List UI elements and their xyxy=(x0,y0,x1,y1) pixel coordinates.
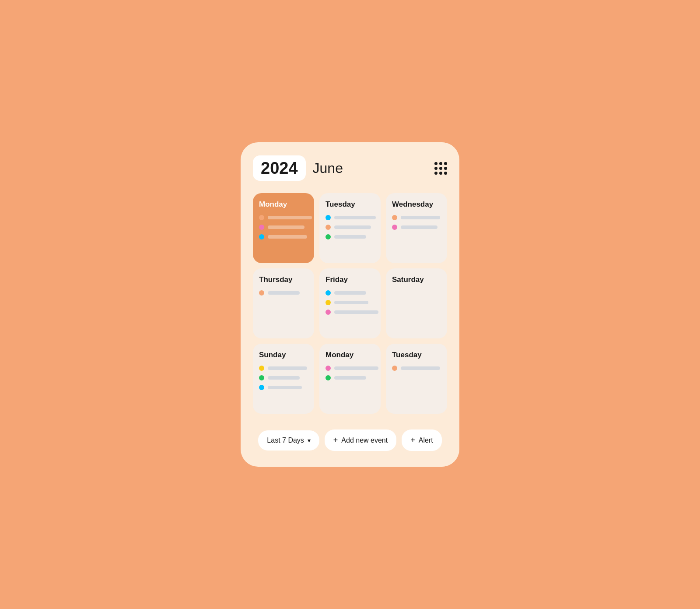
day-card[interactable]: Monday xyxy=(253,193,314,263)
add-event-label: Add new event xyxy=(341,437,388,444)
day-name: Thursday xyxy=(259,275,308,284)
event-dot xyxy=(259,385,264,390)
event-item xyxy=(326,375,374,380)
day-name: Friday xyxy=(326,275,374,284)
alert-label: Alert xyxy=(419,437,433,444)
event-dot xyxy=(259,366,264,371)
event-item xyxy=(326,215,374,220)
event-item xyxy=(392,225,441,230)
event-dot xyxy=(392,215,397,220)
event-line xyxy=(334,225,371,229)
event-line xyxy=(401,225,438,229)
event-item xyxy=(259,215,308,220)
year-badge: 2024 xyxy=(253,155,306,181)
event-line xyxy=(334,301,368,304)
event-item xyxy=(392,366,441,371)
event-dot xyxy=(259,375,264,380)
event-line xyxy=(334,216,376,219)
day-name: Wednesday xyxy=(392,200,441,209)
day-card[interactable]: Monday xyxy=(319,344,381,414)
event-dot xyxy=(326,290,331,296)
event-dot xyxy=(326,234,331,239)
event-dot xyxy=(326,375,331,380)
grid-dot xyxy=(444,167,447,170)
event-line xyxy=(334,235,366,239)
event-list xyxy=(259,366,308,390)
event-dot xyxy=(392,366,397,371)
event-dot xyxy=(326,215,331,220)
day-name: Sunday xyxy=(259,351,308,359)
bottom-bar: Last 7 Days ▾ + Add new event + Alert xyxy=(253,429,447,451)
event-item xyxy=(259,234,308,239)
day-name: Tuesday xyxy=(392,351,441,359)
event-dot xyxy=(326,225,331,230)
event-list xyxy=(326,366,374,380)
add-event-button[interactable]: + Add new event xyxy=(325,429,396,451)
day-card[interactable]: Sunday xyxy=(253,344,314,414)
event-dot xyxy=(326,310,331,315)
event-line xyxy=(268,225,304,229)
filter-label: Last 7 Days xyxy=(267,437,304,444)
event-line xyxy=(334,291,366,295)
grid-menu-icon[interactable] xyxy=(434,162,447,175)
event-item xyxy=(326,310,374,315)
day-card[interactable]: Tuesday xyxy=(319,193,381,263)
filter-button[interactable]: Last 7 Days ▾ xyxy=(258,430,319,451)
day-card[interactable]: Saturday xyxy=(386,268,447,338)
event-line xyxy=(401,216,440,219)
event-dot xyxy=(259,225,264,230)
event-list xyxy=(259,290,308,296)
event-line xyxy=(334,376,366,380)
day-name: Tuesday xyxy=(326,200,374,209)
event-item xyxy=(259,375,308,380)
grid-dot xyxy=(434,162,438,165)
phone-container: 2024 June MondayTuesdayWednesdayThursday… xyxy=(241,142,459,467)
event-list xyxy=(259,215,308,239)
day-name: Saturday xyxy=(392,275,441,284)
event-dot xyxy=(259,290,264,296)
days-grid: MondayTuesdayWednesdayThursdayFridaySatu… xyxy=(253,193,447,414)
event-line xyxy=(268,366,307,370)
grid-dot xyxy=(434,167,438,170)
day-card[interactable]: Thursday xyxy=(253,268,314,338)
event-dot xyxy=(326,300,331,305)
event-line xyxy=(268,235,307,239)
event-line xyxy=(334,310,378,314)
grid-dot xyxy=(439,172,442,175)
event-line xyxy=(268,386,302,389)
event-item xyxy=(326,366,374,371)
event-line xyxy=(334,366,378,370)
grid-dot xyxy=(444,162,447,165)
event-item xyxy=(259,290,308,296)
event-dot xyxy=(326,366,331,371)
grid-dot xyxy=(444,172,447,175)
day-name: Monday xyxy=(326,351,374,359)
grid-dot xyxy=(434,172,438,175)
alert-button[interactable]: + Alert xyxy=(402,429,441,451)
event-list xyxy=(326,290,374,315)
event-item xyxy=(392,215,441,220)
plus-icon: + xyxy=(333,436,338,445)
chevron-down-icon: ▾ xyxy=(308,437,311,444)
event-dot xyxy=(259,215,264,220)
event-line xyxy=(268,216,312,219)
day-card[interactable]: Tuesday xyxy=(386,344,447,414)
day-card[interactable]: Friday xyxy=(319,268,381,338)
event-line xyxy=(268,376,300,380)
event-list xyxy=(392,215,441,230)
day-card[interactable]: Wednesday xyxy=(386,193,447,263)
event-dot xyxy=(259,234,264,239)
event-line xyxy=(268,291,300,295)
month-label: June xyxy=(313,160,343,176)
grid-dot xyxy=(439,162,442,165)
event-item xyxy=(326,234,374,239)
day-name: Monday xyxy=(259,200,308,209)
event-item xyxy=(326,300,374,305)
grid-dot xyxy=(439,167,442,170)
event-line xyxy=(401,366,440,370)
event-item xyxy=(326,290,374,296)
event-item xyxy=(259,366,308,371)
event-dot xyxy=(392,225,397,230)
plus-icon-alert: + xyxy=(410,436,415,445)
header: 2024 June xyxy=(253,155,447,181)
